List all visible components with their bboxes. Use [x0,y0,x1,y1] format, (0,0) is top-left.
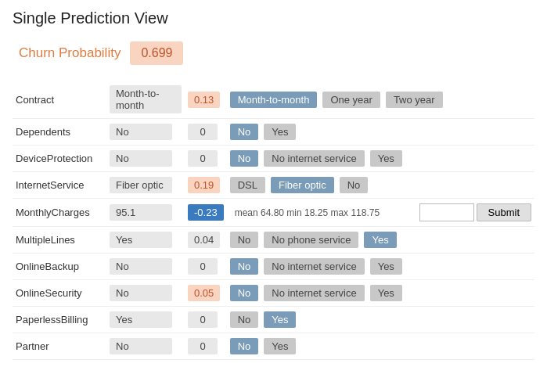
feature-name: Partner [13,333,106,360]
feature-score: 0 [185,254,227,280]
option-button[interactable]: No internet service [264,285,364,301]
feature-value: Yes [106,227,185,254]
feature-score: 0.19 [185,172,227,199]
table-row: OnlineBackupNo0NoNo internet serviceYes [13,254,534,280]
feature-options: Month-to-monthOne yearTwo year [227,81,534,119]
table-row: PartnerNo0NoYes [13,333,534,360]
feature-value: No [106,280,185,307]
table-row: ContractMonth-to-month0.13Month-to-month… [13,81,534,119]
feature-options: NoYes [227,333,534,360]
feature-name: OnlineSecurity [13,280,106,307]
option-button[interactable]: No [230,338,259,354]
feature-score: 0.05 [185,280,227,307]
feature-score: 0.13 [185,81,227,119]
feature-options: NoYes [227,119,534,146]
feature-options: NoYes [227,307,534,333]
feature-value: Fiber optic [106,172,185,199]
option-button[interactable]: Yes [264,338,296,354]
feature-options: NoNo internet serviceYes [227,146,534,172]
option-button[interactable]: No [230,258,259,275]
option-button[interactable]: No internet service [264,258,364,275]
submit-button[interactable]: Submit [477,203,531,221]
feature-value: 95.1 [106,199,185,227]
feature-score: 0 [185,146,227,172]
option-button[interactable]: No internet service [264,150,364,167]
option-button[interactable]: Yes [264,124,296,140]
feature-value: Month-to-month [106,81,185,119]
feature-value: Yes [106,307,185,333]
table-row: DeviceProtectionNo0NoNo internet service… [13,146,534,172]
option-button[interactable]: No phone service [264,232,358,248]
option-button[interactable]: Yes [370,258,402,275]
feature-value: No [106,146,185,172]
option-button[interactable]: Yes [264,311,296,328]
table-row: PaperlessBillingYes0NoYes [13,307,534,333]
feature-name: Dependents [13,119,106,146]
feature-name: InternetService [13,172,106,199]
option-button[interactable]: One year [322,92,380,108]
feature-score: 0 [185,119,227,146]
option-button[interactable]: Yes [370,285,402,301]
option-button[interactable]: DSL [230,177,265,193]
feature-name: OnlineBackup [13,254,106,280]
feature-name: DeviceProtection [13,146,106,172]
table-row: InternetServiceFiber optic0.19DSLFiber o… [13,172,534,199]
table-row: DependentsNo0NoYes [13,119,534,146]
table-row: MultipleLinesYes0.04NoNo phone serviceYe… [13,227,534,254]
option-button[interactable]: No [230,311,259,328]
option-button[interactable]: Yes [370,150,402,167]
feature-name: PaperlessBilling [13,307,106,333]
feature-options: mean 64.80 min 18.25 max 118.75Submit [227,199,534,227]
feature-name: Contract [13,81,106,119]
feature-value: No [106,333,185,360]
feature-score: 0 [185,333,227,360]
feature-name: MonthlyCharges [13,199,106,227]
option-button[interactable]: No [230,232,259,248]
feature-options: NoNo internet serviceYes [227,280,534,307]
option-button[interactable]: Fiber optic [271,177,334,193]
monthly-meta: mean 64.80 min 18.25 max 118.75 [235,207,380,218]
churn-section: Churn Probability 0.699 [13,41,534,65]
feature-score: 0.04 [185,227,227,254]
feature-options: DSLFiber opticNo [227,172,534,199]
option-button[interactable]: Month-to-month [230,92,318,108]
option-button[interactable]: No [230,124,259,140]
option-button[interactable]: No [340,177,369,193]
option-button[interactable]: Two year [386,92,443,108]
feature-options: NoNo phone serviceYes [227,227,534,254]
option-button[interactable]: No [230,150,259,167]
monthly-input[interactable] [419,203,474,221]
option-button[interactable]: Yes [364,232,396,248]
feature-score: -0.23 [185,199,227,227]
feature-value: No [106,254,185,280]
option-button[interactable]: No [230,285,259,301]
feature-table: ContractMonth-to-month0.13Month-to-month… [13,81,534,360]
table-row: MonthlyCharges95.1-0.23mean 64.80 min 18… [13,199,534,227]
table-row: OnlineSecurityNo0.05NoNo internet servic… [13,280,534,307]
churn-value: 0.699 [130,41,183,65]
page-title: Single Prediction View [13,9,534,27]
feature-options: NoNo internet serviceYes [227,254,534,280]
feature-score: 0 [185,307,227,333]
churn-label: Churn Probability [19,45,121,61]
feature-name: MultipleLines [13,227,106,254]
feature-value: No [106,119,185,146]
